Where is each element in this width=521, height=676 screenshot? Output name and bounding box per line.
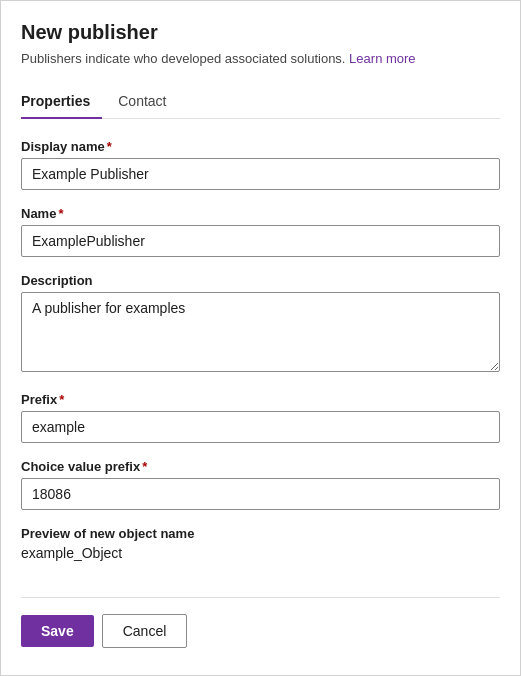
button-row: Save Cancel — [21, 614, 500, 648]
display-name-group: Display name* — [21, 139, 500, 190]
tab-bar: Properties Contact — [21, 84, 500, 119]
name-label: Name* — [21, 206, 500, 221]
tab-contact[interactable]: Contact — [118, 85, 178, 119]
display-name-label: Display name* — [21, 139, 500, 154]
preview-value: example_Object — [21, 545, 500, 561]
choice-value-prefix-required: * — [142, 459, 147, 474]
prefix-group: Prefix* — [21, 392, 500, 443]
page-title: New publisher — [21, 21, 500, 44]
save-button[interactable]: Save — [21, 615, 94, 647]
choice-value-prefix-group: Choice value prefix* — [21, 459, 500, 510]
name-group: Name* — [21, 206, 500, 257]
preview-section: Preview of new object name example_Objec… — [21, 526, 500, 581]
prefix-input[interactable] — [21, 411, 500, 443]
panel-description: Publishers indicate who developed associ… — [21, 50, 500, 68]
choice-value-prefix-label: Choice value prefix* — [21, 459, 500, 474]
prefix-required: * — [59, 392, 64, 407]
display-name-input[interactable] — [21, 158, 500, 190]
choice-value-prefix-input[interactable] — [21, 478, 500, 510]
divider — [21, 597, 500, 598]
new-publisher-panel: New publisher Publishers indicate who de… — [0, 0, 521, 676]
tab-properties[interactable]: Properties — [21, 85, 102, 119]
description-group: Description — [21, 273, 500, 376]
description-label: Description — [21, 273, 500, 288]
learn-more-link[interactable]: Learn more — [349, 51, 415, 66]
prefix-label: Prefix* — [21, 392, 500, 407]
name-input[interactable] — [21, 225, 500, 257]
name-required: * — [58, 206, 63, 221]
description-input[interactable] — [21, 292, 500, 372]
cancel-button[interactable]: Cancel — [102, 614, 188, 648]
display-name-required: * — [107, 139, 112, 154]
preview-label: Preview of new object name — [21, 526, 500, 541]
